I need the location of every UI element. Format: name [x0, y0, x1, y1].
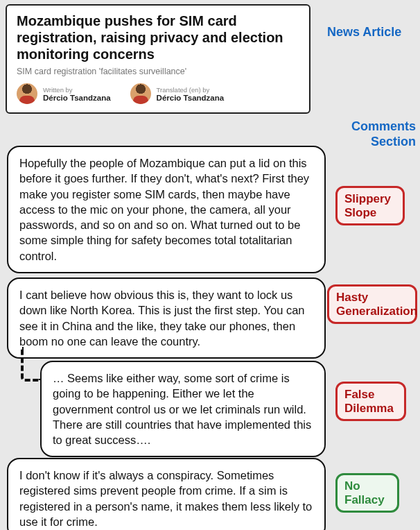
avatar-icon — [17, 83, 37, 104]
fallacy-tag-no-fallacy: No Fallacy — [335, 473, 399, 513]
article-title: Mozambique pushes for SIM card registrat… — [17, 12, 299, 62]
byline-role: Written by — [43, 86, 111, 94]
fallacy-tag-slippery-slope: Slippery Slope — [335, 186, 405, 225]
fallacy-tag-hasty-generalization: Hasty Generalization — [327, 284, 417, 324]
byline-name: Dércio Tsandzana — [43, 94, 111, 102]
comment-bubble-reply: … Seems like either way, some sort of cr… — [40, 361, 326, 457]
byline-meta: Translated (en) by Dércio Tsandzana — [157, 86, 225, 102]
section-label-comments: Comments Section — [340, 119, 416, 149]
news-article-card: Mozambique pushes for SIM card registrat… — [6, 4, 310, 114]
comment-bubble: I don't know if it's always a conspiracy… — [7, 458, 326, 530]
comment-bubble: I cant believe how obvious this is, they… — [7, 277, 326, 359]
byline-role: Translated (en) by — [157, 86, 225, 94]
byline-row: Written by Dércio Tsandzana Translated (… — [17, 83, 299, 104]
byline-translated: Translated (en) by Dércio Tsandzana — [130, 83, 225, 104]
fallacy-tag-false-dilemma: False Dilemma — [335, 382, 406, 421]
article-subtitle: SIM card registration 'facilitates surve… — [17, 67, 299, 76]
byline-meta: Written by Dércio Tsandzana — [43, 86, 111, 102]
reply-connector-icon — [21, 347, 42, 382]
avatar-icon — [130, 83, 151, 104]
comment-bubble: Hopefully the people of Mozambique can p… — [7, 146, 326, 273]
section-label-news: News Article — [327, 25, 403, 40]
byline-written: Written by Dércio Tsandzana — [17, 83, 111, 104]
byline-name: Dércio Tsandzana — [157, 94, 225, 102]
